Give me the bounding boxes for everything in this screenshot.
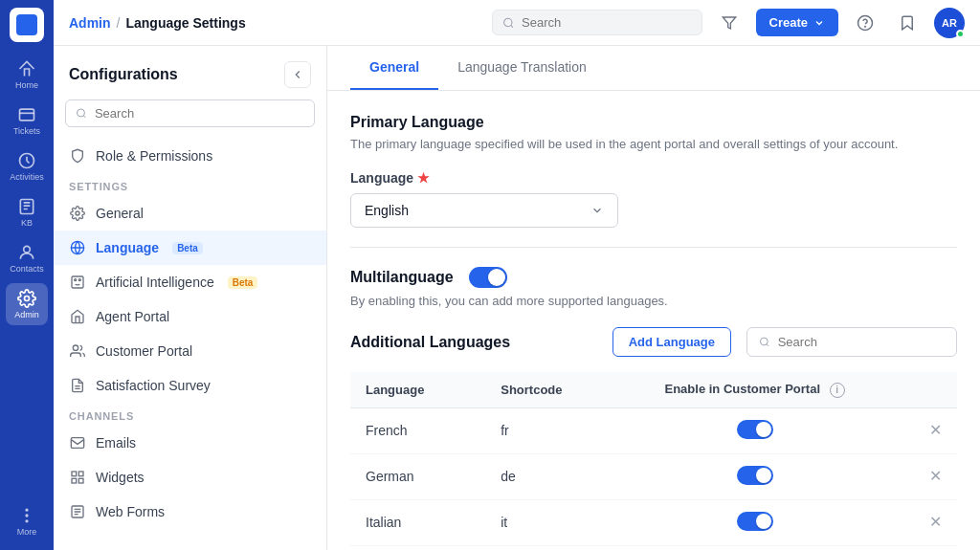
table-row: German de ✕ — [350, 453, 957, 499]
nav-item-tickets[interactable]: Tickets — [6, 99, 48, 142]
svg-point-27 — [760, 338, 768, 345]
sidebar-collapse-button[interactable] — [284, 61, 311, 88]
channels-section-label: CHANNELS — [54, 403, 326, 426]
sidebar-item-role-permissions[interactable]: Role & Permissions — [54, 139, 326, 173]
svg-point-3 — [24, 246, 31, 253]
lang-enable-toggle[interactable] — [737, 512, 773, 531]
form-icon — [69, 503, 86, 520]
help-button[interactable] — [850, 8, 880, 38]
info-icon[interactable]: i — [830, 383, 845, 398]
tab-language-translation[interactable]: Language Translation — [438, 46, 606, 90]
language-search-box[interactable] — [746, 327, 957, 357]
sidebar-item-emails[interactable]: Emails — [54, 426, 326, 460]
main-panel: General Language Translation Primary Lan… — [327, 46, 980, 550]
nav-item-kb[interactable]: KB — [6, 191, 48, 233]
lang-shortcode: fr — [485, 407, 611, 453]
main-area: Admin / Language Settings Create AR — [54, 0, 980, 550]
sidebar-header: Configurations — [54, 46, 326, 99]
divider — [350, 247, 957, 248]
svg-point-6 — [26, 515, 28, 517]
add-language-button[interactable]: Add Language — [612, 327, 731, 357]
nav-item-home[interactable]: Home — [6, 54, 48, 96]
create-button[interactable]: Create — [756, 9, 838, 36]
globe-icon — [69, 239, 86, 256]
lang-shortcode: pt-BR — [485, 545, 611, 550]
lang-enable-toggle[interactable] — [737, 466, 773, 485]
tabs-bar: General Language Translation — [327, 46, 980, 91]
table-row: Italian it ✕ — [350, 499, 957, 545]
sidebar-item-label: Web Forms — [96, 504, 165, 519]
language-select[interactable]: English — [350, 193, 618, 228]
multilanguage-toggle[interactable] — [469, 267, 507, 288]
required-indicator: ★ — [417, 170, 430, 186]
primary-language-desc: The primary language specified will be u… — [350, 137, 957, 151]
sidebar-item-label: Customer Portal — [96, 343, 192, 359]
svg-rect-22 — [72, 472, 77, 476]
breadcrumb-current: Language Settings — [125, 15, 245, 31]
topbar-search-input[interactable] — [522, 15, 691, 30]
language-search-input[interactable] — [778, 335, 945, 349]
language-field-label: Language ★ — [350, 170, 957, 186]
nav-item-contacts[interactable]: Contacts — [6, 237, 48, 279]
svg-point-13 — [76, 211, 79, 215]
tab-general[interactable]: General — [350, 46, 438, 90]
search-icon — [76, 107, 87, 120]
svg-rect-25 — [78, 478, 83, 483]
primary-language-title: Primary Language — [350, 114, 957, 131]
remove-button[interactable]: ✕ — [929, 468, 942, 484]
sidebar: Configurations Role & Permissions SETTIN… — [54, 46, 327, 550]
sidebar-item-label: Widgets — [96, 470, 145, 485]
svg-point-16 — [75, 279, 77, 281]
sidebar-item-language[interactable]: Language Beta — [54, 231, 326, 265]
remove-button[interactable]: ✕ — [929, 514, 942, 530]
sidebar-title: Configurations — [69, 66, 178, 83]
nav-item-activities[interactable]: Activities — [6, 145, 48, 187]
breadcrumb: Admin / Language Settings — [69, 15, 246, 31]
chevron-down-icon — [813, 17, 825, 29]
sidebar-item-web-forms[interactable]: Web Forms — [54, 495, 326, 529]
topbar-search-box[interactable] — [492, 10, 702, 35]
svg-rect-23 — [78, 472, 83, 476]
additional-languages-header: Additional Languages Add Language — [350, 327, 957, 357]
lang-enable-toggle[interactable] — [737, 420, 773, 439]
lang-shortcode: it — [485, 499, 611, 545]
col-actions — [899, 372, 957, 407]
sidebar-item-widgets[interactable]: Widgets — [54, 460, 326, 495]
multilanguage-row: Multilanguage — [350, 267, 957, 288]
sidebar-item-label: Satisfaction Survey — [96, 378, 211, 393]
svg-point-5 — [26, 509, 28, 511]
avatar[interactable]: AR — [934, 8, 965, 38]
email-icon — [69, 434, 86, 451]
sidebar-item-agent-portal[interactable]: Agent Portal — [54, 299, 326, 334]
bookmark-button[interactable] — [892, 8, 923, 38]
lang-enable-toggle-cell — [612, 453, 899, 499]
sidebar-item-label: Role & Permissions — [96, 148, 212, 164]
toggle-sm-knob — [756, 468, 771, 483]
svg-rect-24 — [72, 478, 77, 483]
sidebar-item-ai[interactable]: Artificial Intelligence Beta — [54, 265, 326, 299]
lang-remove-cell: ✕ — [899, 545, 957, 550]
breadcrumb-admin[interactable]: Admin — [69, 15, 111, 31]
table-row: French fr ✕ — [350, 407, 957, 453]
sidebar-item-general[interactable]: General — [54, 196, 326, 231]
portal-icon — [69, 308, 86, 325]
content-area: Configurations Role & Permissions SETTIN… — [54, 46, 980, 550]
filter-button[interactable] — [714, 8, 745, 38]
toggle-sm-knob — [756, 422, 771, 437]
survey-icon — [69, 377, 86, 394]
sidebar-search-input[interactable] — [95, 106, 304, 121]
nav-item-admin[interactable]: Admin — [6, 283, 48, 325]
sidebar-item-customer-portal[interactable]: Customer Portal — [54, 334, 326, 368]
sidebar-search-wrap — [54, 99, 326, 139]
app-logo[interactable] — [10, 8, 44, 42]
widget-icon — [69, 469, 86, 486]
svg-point-12 — [77, 109, 84, 117]
search-icon — [502, 16, 515, 30]
remove-button[interactable]: ✕ — [929, 422, 942, 438]
lang-name: Portuguese — [350, 545, 485, 550]
nav-item-more[interactable]: More — [6, 500, 48, 542]
sidebar-item-satisfaction-survey[interactable]: Satisfaction Survey — [54, 368, 326, 403]
chevron-down-icon — [590, 204, 604, 217]
svg-point-17 — [78, 279, 80, 281]
sidebar-search-box[interactable] — [65, 99, 315, 127]
